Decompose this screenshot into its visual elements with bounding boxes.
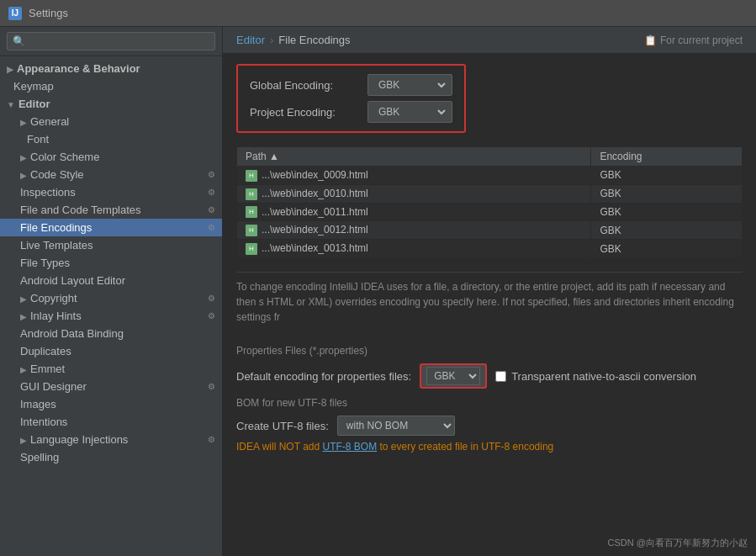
breadcrumb-current: File Encodings bbox=[278, 34, 350, 46]
project-encoding-select[interactable]: GBK UTF-8 ISO-8859-1 bbox=[367, 101, 452, 123]
main-layout: ▶Appearance & Behavior Keymap ▼Editor ▶G… bbox=[0, 27, 756, 556]
sidebar-item-intentions[interactable]: Intentions bbox=[0, 413, 222, 431]
breadcrumb-separator: › bbox=[270, 34, 273, 46]
file-icon: H bbox=[246, 188, 257, 200]
default-encoding-dropdown[interactable]: GBK UTF-8 bbox=[426, 367, 480, 385]
breadcrumb: Editor › File Encodings 📋 For current pr… bbox=[223, 27, 756, 54]
search-input[interactable] bbox=[7, 32, 215, 50]
default-encoding-row: Default encoding for properties files: G… bbox=[236, 363, 743, 389]
sidebar-item-code-style[interactable]: ▶Code Style ⚙ bbox=[0, 166, 222, 183]
sidebar-item-file-code-templates[interactable]: File and Code Templates ⚙ bbox=[0, 201, 222, 219]
sidebar-item-file-types[interactable]: File Types bbox=[0, 254, 222, 272]
expand-icon-code: ▶ bbox=[20, 171, 27, 180]
settings-icon-inlay: ⚙ bbox=[208, 311, 215, 320]
utf8-note-prefix: IDEA will NOT add bbox=[236, 441, 322, 453]
encoding-cell: GBK bbox=[591, 184, 743, 203]
sidebar-item-editor[interactable]: ▼Editor bbox=[0, 95, 222, 113]
global-encoding-dropdown[interactable]: GBK UTF-8 ISO-8859-1 bbox=[372, 77, 448, 93]
watermark: CSDN @向看百万年新努力的小赵 bbox=[608, 537, 748, 549]
global-encoding-select[interactable]: GBK UTF-8 ISO-8859-1 bbox=[367, 74, 452, 96]
transparent-checkbox[interactable] bbox=[495, 371, 506, 382]
sidebar-item-inlay-hints[interactable]: ▶Inlay Hints ⚙ bbox=[0, 307, 222, 325]
properties-section-title: Properties Files (*.properties) bbox=[236, 345, 743, 357]
title-bar-text: Settings bbox=[29, 7, 68, 19]
utf8-note-suffix: to every created file in UTF-8 encoding bbox=[380, 441, 554, 453]
expand-icon-lang: ▶ bbox=[20, 436, 27, 445]
path-column-header[interactable]: Path ▲ bbox=[237, 147, 591, 167]
sidebar-item-emmet[interactable]: ▶Emmet bbox=[0, 360, 222, 378]
search-box bbox=[0, 27, 222, 56]
encoding-cell: GBK bbox=[591, 203, 743, 221]
project-encoding-row: Project Encoding: GBK UTF-8 ISO-8859-1 bbox=[250, 101, 452, 123]
bom-section: BOM for new UTF-8 files Create UTF-8 fil… bbox=[236, 397, 743, 453]
encoding-box: Global Encoding: GBK UTF-8 ISO-8859-1 Pr… bbox=[236, 64, 466, 133]
table-row: H...\web\index_0010.html GBK bbox=[237, 184, 743, 203]
utf8-note: IDEA will NOT add UTF-8 BOM to every cre… bbox=[236, 441, 743, 453]
sidebar-item-live-templates[interactable]: Live Templates bbox=[0, 236, 222, 254]
file-icon: H bbox=[246, 206, 257, 218]
sidebar-item-language-injections[interactable]: ▶Language Injections ⚙ bbox=[0, 431, 222, 448]
settings-icon-copyright: ⚙ bbox=[208, 294, 215, 303]
sidebar-item-font[interactable]: Font bbox=[0, 130, 222, 148]
sidebar-item-copyright[interactable]: ▶Copyright ⚙ bbox=[0, 289, 222, 307]
title-bar: IJ Settings bbox=[0, 0, 756, 27]
sidebar-item-inspections[interactable]: Inspections ⚙ bbox=[0, 183, 222, 201]
encoding-cell: GBK bbox=[591, 167, 743, 185]
default-encoding-label: Default encoding for properties files: bbox=[236, 370, 411, 383]
sidebar-item-color-scheme[interactable]: ▶Color Scheme bbox=[0, 148, 222, 166]
encoding-cell: GBK bbox=[591, 240, 743, 258]
file-icon: H bbox=[246, 225, 257, 236]
sidebar-item-gui-designer[interactable]: GUI Designer ⚙ bbox=[0, 378, 222, 395]
bom-section-title: BOM for new UTF-8 files bbox=[236, 397, 743, 409]
settings-icon-encodings: ⚙ bbox=[208, 223, 215, 232]
sidebar-item-appearance[interactable]: ▶Appearance & Behavior bbox=[0, 60, 222, 77]
transparent-label: Transparent native-to-ascii conversion bbox=[511, 370, 696, 383]
settings-icon-templates: ⚙ bbox=[208, 205, 215, 214]
breadcrumb-parent[interactable]: Editor bbox=[236, 34, 265, 46]
table-row: H...\web\index_0013.html GBK bbox=[237, 240, 743, 258]
transparent-checkbox-row: Transparent native-to-ascii conversion bbox=[495, 370, 696, 383]
project-icon: 📋 bbox=[644, 34, 657, 46]
encoding-cell: GBK bbox=[591, 221, 743, 240]
sidebar-item-file-encodings[interactable]: File Encodings ⚙ bbox=[0, 219, 222, 236]
sidebar-item-keymap[interactable]: Keymap bbox=[0, 77, 222, 95]
settings-icon-lang: ⚙ bbox=[208, 435, 215, 444]
settings-icon-gui: ⚙ bbox=[208, 382, 215, 391]
path-cell: H...\web\index_0011.html bbox=[237, 203, 591, 221]
sidebar-item-android-data-binding[interactable]: Android Data Binding bbox=[0, 325, 222, 342]
expand-icon-color: ▶ bbox=[20, 153, 27, 162]
breadcrumb-project: 📋 For current project bbox=[644, 34, 743, 46]
sidebar-item-images[interactable]: Images bbox=[0, 395, 222, 413]
global-encoding-label: Global Encoding: bbox=[250, 79, 367, 92]
sidebar-item-general[interactable]: ▶General bbox=[0, 113, 222, 130]
create-utf8-dropdown[interactable]: with NO BOM with BOM bbox=[337, 416, 455, 436]
sidebar-item-android-layout-editor[interactable]: Android Layout Editor bbox=[0, 272, 222, 289]
table-row: H...\web\index_0011.html GBK bbox=[237, 203, 743, 221]
create-utf8-label: Create UTF-8 files: bbox=[236, 420, 329, 432]
sidebar: ▶Appearance & Behavior Keymap ▼Editor ▶G… bbox=[0, 27, 223, 556]
encoding-column-header[interactable]: Encoding bbox=[591, 147, 743, 167]
project-encoding-label: Project Encoding: bbox=[250, 106, 367, 119]
file-icon: H bbox=[246, 170, 257, 182]
create-utf8-row: Create UTF-8 files: with NO BOM with BOM bbox=[236, 416, 743, 436]
path-cell: H...\web\index_0012.html bbox=[237, 221, 591, 240]
path-cell: H...\web\index_0010.html bbox=[237, 184, 591, 203]
table-row: H...\web\index_0009.html GBK bbox=[237, 167, 743, 185]
sidebar-item-spelling[interactable]: Spelling bbox=[0, 448, 222, 466]
sidebar-item-duplicates[interactable]: Duplicates bbox=[0, 342, 222, 360]
content-body: Global Encoding: GBK UTF-8 ISO-8859-1 Pr… bbox=[223, 54, 756, 556]
settings-icon: ⚙ bbox=[208, 170, 215, 179]
sidebar-nav: ▶Appearance & Behavior Keymap ▼Editor ▶G… bbox=[0, 56, 222, 556]
settings-icon-inspections: ⚙ bbox=[208, 188, 215, 197]
expand-icon-copyright: ▶ bbox=[20, 294, 27, 304]
file-icon: H bbox=[246, 243, 257, 255]
project-encoding-dropdown[interactable]: GBK UTF-8 ISO-8859-1 bbox=[372, 103, 448, 120]
utf8-bom-link[interactable]: UTF-8 BOM bbox=[322, 441, 377, 453]
info-text: To change encoding IntelliJ IDEA uses fo… bbox=[236, 272, 743, 331]
default-encoding-select-highlighted[interactable]: GBK UTF-8 bbox=[420, 363, 487, 389]
table-row: H...\web\index_0012.html GBK bbox=[237, 221, 743, 240]
global-encoding-row: Global Encoding: GBK UTF-8 ISO-8859-1 bbox=[250, 74, 452, 96]
content-area: Editor › File Encodings 📋 For current pr… bbox=[223, 27, 756, 556]
file-table: Path ▲ Encoding H...\web\index_0009.html… bbox=[236, 146, 743, 258]
expand-icon-emmet: ▶ bbox=[20, 365, 27, 374]
